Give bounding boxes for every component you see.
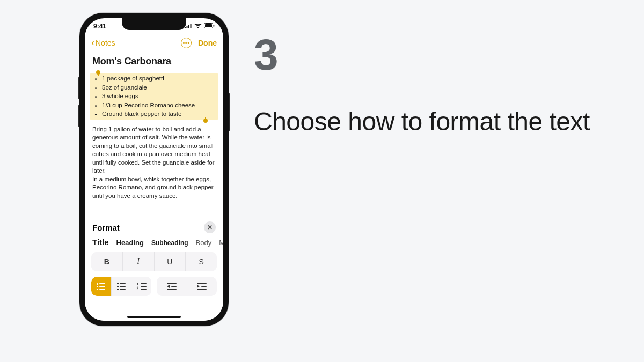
bold-button[interactable]: B [91,252,123,271]
format-panel-title: Format [92,223,120,232]
svg-rect-6 [205,24,212,27]
svg-rect-0 [185,27,186,28]
list-item: 3 whole eggs [102,92,216,101]
bulleted-list-icon [97,283,105,290]
battery-icon [204,23,215,30]
note-paragraph: In a medium bowl, whisk together the egg… [92,175,216,201]
note-editor[interactable]: Mom's Carbonara 1 package of spaghetti 5… [85,51,223,216]
numbered-list-icon: 123 [137,283,147,290]
style-title-button[interactable]: Title [92,238,109,247]
bulleted-list-button[interactable] [91,277,112,296]
ellipsis-icon: ••• [182,40,189,46]
outdent-icon [167,283,177,290]
underline-button[interactable]: U [155,252,186,271]
list-item: 5oz of guanciale [102,84,216,92]
indent-icon [197,283,207,290]
list-item: 1/3 cup Pecorino Romano cheese [102,101,216,110]
notch [122,18,186,30]
indent-button[interactable] [187,277,217,296]
status-time: 9:41 [93,23,106,30]
home-indicator[interactable] [127,316,181,318]
text-style-segmented: B I U S [91,252,217,271]
style-subheading-button[interactable]: Subheading [151,239,188,247]
selection-handle-end[interactable] [203,119,208,123]
phone-screen: 9:41 ‹ Notes [85,18,223,321]
phone-frame: 9:41 ‹ Notes [79,13,229,326]
note-paragraph: Bring 1 gallon of water to boil and add … [92,125,216,175]
chevron-left-icon: ‹ [91,38,94,47]
nav-bar: ‹ Notes ••• Done [85,34,223,51]
svg-rect-7 [214,25,215,27]
back-label: Notes [96,39,115,47]
dashed-list-icon [117,283,126,290]
dashed-list-button[interactable] [112,277,132,296]
done-button[interactable]: Done [198,39,217,47]
style-more[interactable]: M [219,239,223,247]
style-heading-button[interactable]: Heading [116,239,144,247]
back-button[interactable]: ‹ Notes [91,38,115,48]
selected-text-block[interactable]: 1 package of spaghetti 5oz of guanciale … [90,73,218,120]
step-instruction: Choose how to format the text [254,105,603,139]
list-item: Ground black pepper to taste [102,110,216,119]
step-number: 3 [254,29,277,80]
format-panel: Format ✕ Title Heading Subheading Body M… [85,216,223,321]
close-icon: ✕ [207,224,213,231]
close-format-button[interactable]: ✕ [204,221,216,233]
numbered-list-button[interactable]: 123 [131,277,151,296]
svg-point-4 [197,27,199,28]
selection-handle-start[interactable] [96,70,100,75]
svg-rect-3 [191,24,192,28]
style-body-button[interactable]: Body [196,239,212,247]
strike-button[interactable]: S [186,252,217,271]
svg-rect-1 [187,26,188,28]
paragraph-style-picker: Title Heading Subheading Body M [85,237,223,252]
outdent-button[interactable] [157,277,187,296]
italic-button[interactable]: I [123,252,155,271]
list-indent-row: 123 [91,277,217,296]
wifi-icon [194,23,202,30]
more-menu-button[interactable]: ••• [181,38,192,48]
list-item: 1 package of spaghetti [102,75,216,83]
svg-rect-2 [188,25,189,28]
note-title: Mom's Carbonara [92,55,216,68]
